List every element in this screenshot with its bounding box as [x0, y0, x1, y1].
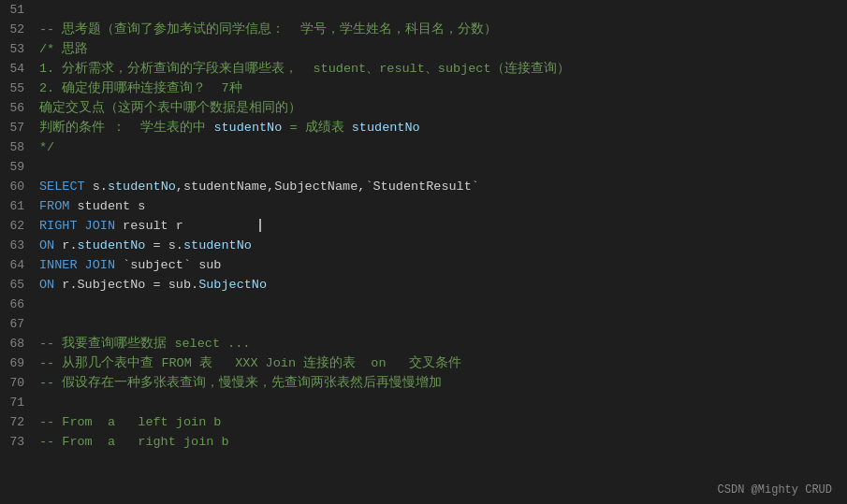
line-content-64: INNER JOIN `subject` sub	[36, 255, 847, 275]
line-54: 54 1. 分析需求，分析查询的字段来自哪些表， student、result、…	[0, 59, 847, 79]
line-num-68: 68	[0, 334, 36, 353]
line-num-70: 70	[0, 373, 36, 393]
line-num-63: 63	[0, 236, 36, 255]
line-num-56: 56	[0, 98, 36, 118]
line-52: 52 -- 思考题（查询了参加考试的同学信息： 学号，学生姓名，科目名，分数）	[0, 20, 847, 39]
watermark: CSDN @Mighty CRUD	[718, 483, 832, 497]
line-73: 73 -- From a right join b	[0, 432, 847, 452]
line-58: 58 */	[0, 137, 847, 157]
line-56: 56 确定交叉点（这两个表中哪个数据是相同的）	[0, 98, 847, 118]
line-content-70: -- 假设存在一种多张表查询，慢慢来，先查询两张表然后再慢慢增加	[36, 373, 847, 393]
line-num-73: 73	[0, 432, 36, 452]
line-60: 60 SELECT s.studentNo,studentName,Subjec…	[0, 177, 847, 196]
line-57: 57 判断的条件 ： 学生表的中 studentNo = 成绩表 student…	[0, 118, 847, 137]
line-content-52: -- 思考题（查询了参加考试的同学信息： 学号，学生姓名，科目名，分数）	[36, 20, 847, 39]
line-content-54: 1. 分析需求，分析查询的字段来自哪些表， student、result、sub…	[36, 59, 847, 79]
line-72: 72 -- From a left join b	[0, 412, 847, 432]
line-content-57: 判断的条件 ： 学生表的中 studentNo = 成绩表 studentNo	[36, 118, 847, 137]
line-num-69: 69	[0, 353, 36, 373]
line-content-55: 2. 确定使用哪种连接查询？ 7种	[36, 79, 847, 98]
line-53: 53 /* 思路	[0, 39, 847, 59]
line-71: 71	[0, 393, 847, 412]
line-67: 67	[0, 314, 847, 334]
line-num-62: 62	[0, 216, 36, 236]
line-content-65: ON r.SubjectNo = sub.SubjectNo	[36, 275, 847, 295]
line-num-61: 61	[0, 196, 36, 216]
line-content-68: -- 我要查询哪些数据 select ...	[36, 334, 847, 353]
line-61: 61 FROM student s	[0, 196, 847, 216]
code-editor: 51 52 -- 思考题（查询了参加考试的同学信息： 学号，学生姓名，科目名，分…	[0, 0, 847, 504]
line-content-60: SELECT s.studentNo,studentName,SubjectNa…	[36, 177, 847, 196]
line-num-58: 58	[0, 137, 36, 157]
line-num-59: 59	[0, 157, 36, 177]
line-num-51: 51	[0, 0, 36, 20]
line-num-55: 55	[0, 79, 36, 98]
line-content-61: FROM student s	[36, 196, 847, 216]
text-cursor	[259, 219, 261, 232]
line-num-52: 52	[0, 20, 36, 39]
line-70: 70 -- 假设存在一种多张表查询，慢慢来，先查询两张表然后再慢慢增加	[0, 373, 847, 393]
line-55: 55 2. 确定使用哪种连接查询？ 7种	[0, 79, 847, 98]
line-63: 63 ON r.studentNo = s.studentNo	[0, 236, 847, 255]
line-68: 68 -- 我要查询哪些数据 select ...	[0, 334, 847, 353]
line-num-54: 54	[0, 59, 36, 79]
line-59: 59	[0, 157, 847, 177]
line-num-67: 67	[0, 314, 36, 334]
line-69: 69 -- 从那几个表中查 FROM 表 XXX Join 连接的表 on 交叉…	[0, 353, 847, 373]
line-content-56: 确定交叉点（这两个表中哪个数据是相同的）	[36, 98, 847, 118]
line-num-60: 60	[0, 177, 36, 196]
line-65: 65 ON r.SubjectNo = sub.SubjectNo	[0, 275, 847, 295]
line-num-53: 53	[0, 39, 36, 59]
line-content-73: -- From a right join b	[36, 432, 847, 452]
line-num-64: 64	[0, 255, 36, 275]
line-num-71: 71	[0, 393, 36, 412]
line-66: 66	[0, 295, 847, 314]
line-content-58: */	[36, 137, 847, 157]
line-content-62: RIGHT JOIN result r	[36, 216, 847, 236]
line-51: 51	[0, 0, 847, 20]
line-64: 64 INNER JOIN `subject` sub	[0, 255, 847, 275]
line-num-72: 72	[0, 412, 36, 432]
line-num-66: 66	[0, 295, 36, 314]
line-content-72: -- From a left join b	[36, 412, 847, 432]
line-num-57: 57	[0, 118, 36, 137]
line-content-53: /* 思路	[36, 39, 847, 59]
line-62: 62 RIGHT JOIN result r	[0, 216, 847, 236]
code-area: 51 52 -- 思考题（查询了参加考试的同学信息： 学号，学生姓名，科目名，分…	[0, 0, 847, 504]
line-content-69: -- 从那几个表中查 FROM 表 XXX Join 连接的表 on 交叉条件	[36, 353, 847, 373]
line-num-65: 65	[0, 275, 36, 295]
line-content-63: ON r.studentNo = s.studentNo	[36, 236, 847, 255]
